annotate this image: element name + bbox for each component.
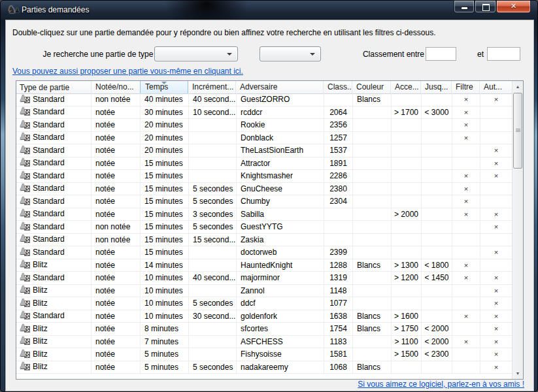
scroll-down-button[interactable]: ▼: [513, 368, 523, 379]
game-type-select[interactable]: [154, 46, 238, 61]
column-header-label: Filtre: [456, 82, 473, 91]
table-row[interactable]: ♟Blitznotée8 minutessfcortes1754Blancs> …: [16, 323, 512, 336]
column-header-below[interactable]: Jusq...: [421, 81, 452, 93]
table-row[interactable]: ♟Standardnon notée15 minutes5 secondesGu…: [16, 221, 512, 234]
column-header-time[interactable]: Temps: [140, 81, 188, 93]
cell-opponent: Zaskia: [237, 234, 324, 247]
cell-rating: 2304: [324, 195, 353, 208]
table-row[interactable]: ♟Standardnotée20 minutesRookie2356×: [16, 119, 512, 132]
cell-above: [392, 285, 422, 298]
cell-color: Blancs: [353, 361, 392, 374]
maximize-button[interactable]: [475, 1, 496, 13]
cell-rating: 2064: [324, 106, 353, 120]
close-button[interactable]: ✕: [496, 1, 531, 13]
cell-opponent: majorminor: [237, 272, 324, 285]
cell-time: 15 minutes: [141, 234, 189, 247]
minimize-button[interactable]: [454, 1, 475, 13]
table-row[interactable]: ♟Standardnotée15 minutes5 secondesChumby…: [16, 195, 512, 208]
table-row[interactable]: ♟Standardnotée15 minutesdoctorweb2399×: [16, 246, 512, 259]
vertical-scrollbar[interactable]: ▲ ▼: [512, 81, 523, 379]
cell-time: 15 minutes: [141, 195, 189, 208]
filter-cross-icon: ×: [464, 197, 468, 205]
table-row[interactable]: ♟Standardnotée15 minutes3 secondesSabill…: [16, 208, 512, 221]
cell-color: Blancs: [353, 323, 392, 336]
chevron-down-icon: [310, 53, 315, 56]
auto-cross-icon: ×: [494, 159, 498, 167]
table-row[interactable]: ♟Blitznotée5 minutes5 secondesnadakareem…: [16, 361, 512, 374]
table-row[interactable]: ♟Blitznotée10 minutesZannol1148×: [16, 285, 512, 298]
column-header-rating[interactable]: Class...: [324, 81, 352, 93]
auto-cross-icon: ×: [494, 210, 498, 218]
share-link[interactable]: Si vous aimez ce logiciel, parlez-en à v…: [358, 380, 524, 389]
pawn-icon: ♟: [19, 285, 27, 295]
cell-rating: [324, 221, 353, 234]
table-body: ♟Standardnon notée40 minutes40 second...…: [16, 93, 512, 374]
cell-rated: notée: [92, 310, 141, 323]
column-header-increment[interactable]: Incrément...: [188, 81, 236, 93]
propose-game-link[interactable]: Vous pouvez aussi proposer une partie vo…: [12, 67, 243, 76]
cell-increment: 40 second...: [189, 93, 237, 106]
table-row[interactable]: ♟Standardnotée15 minutes5 secondesGnuChe…: [16, 183, 512, 196]
column-header-color[interactable]: Couleur: [352, 81, 391, 93]
rating-max-input[interactable]: [487, 47, 520, 61]
game-type-text: Standard: [33, 170, 65, 182]
cell-type: ♟Standard: [16, 195, 92, 208]
table-row[interactable]: ♟Blitznotée14 minutesHauntedKnight1288Bl…: [16, 259, 512, 272]
column-header-opponent[interactable]: Adversaire: [236, 81, 324, 93]
table-row[interactable]: ♟Standardnotée20 minutesTheLastSionEarth…: [16, 144, 512, 157]
table-row[interactable]: ♟Standardnotée15 minutesAttractor1891×: [16, 157, 512, 171]
column-header-auto[interactable]: Aut...: [480, 81, 511, 93]
chess-pawn-on-board-icon: ♟: [20, 107, 30, 117]
cell-above: [392, 170, 422, 183]
cell-type: ♟Standard: [16, 93, 92, 106]
table-row[interactable]: ♟Standardnotée10 minutes30 second...gold…: [16, 310, 512, 323]
cell-rating: 1891: [324, 157, 353, 171]
cell-type: ♟Standard: [16, 170, 92, 183]
cell-filter: ×: [452, 119, 480, 132]
table-row[interactable]: ♟Standardnon notée15 minutes15 second...…: [16, 234, 512, 247]
cell-type: ♟Standard: [16, 234, 92, 247]
pawn-icon: ♟: [19, 374, 27, 374]
cell-rated: notée: [92, 132, 141, 145]
maximize-icon: [482, 4, 490, 11]
table-row[interactable]: ♟Blitznotée5 minutesFishysoisse1581> 150…: [16, 348, 512, 361]
table-row[interactable]: ♟Standardnotée20 minutesDonblack1257×: [16, 132, 512, 145]
cell-below: [422, 208, 452, 221]
scroll-up-button[interactable]: ▲: [513, 81, 523, 92]
cell-rating: 1638: [324, 310, 353, 323]
cell-rated: notée: [92, 336, 141, 349]
scrollbar-thumb[interactable]: [513, 93, 522, 169]
table-row[interactable]: ♟Standardnotée30 minutes10 second...rcdd…: [16, 106, 512, 120]
sort-descending-icon: [161, 82, 167, 84]
cell-below: < 2000: [422, 336, 452, 349]
chess-pawn-on-board-icon: ♟: [20, 324, 30, 334]
column-header-type[interactable]: Type de partie: [16, 81, 92, 93]
table-row[interactable]: ♟Blitznotée7 minutesASFCHESS1183> 1100< …: [16, 336, 512, 349]
cell-rating: 1148: [324, 285, 353, 298]
column-header-above[interactable]: Acce...: [391, 81, 421, 93]
cell-increment: [189, 170, 237, 183]
cell-opponent: nadakareemy: [237, 361, 324, 374]
title-bar[interactable]: ♞♟ Parties demandées ✕: [1, 1, 537, 20]
table-row[interactable]: ♟Blitznotée10 minutes5 secondesddcf1077×: [16, 297, 512, 310]
cell-auto: ×: [480, 272, 512, 285]
cell-rating: 1068: [324, 361, 353, 374]
cell-rated: notée: [92, 285, 141, 298]
cell-type: ♟Standard: [16, 208, 92, 221]
cell-increment: [189, 259, 237, 272]
column-header-filter[interactable]: Filtre: [452, 81, 480, 93]
column-header-rated[interactable]: Notée/no...: [92, 81, 141, 93]
cell-auto: ×: [480, 208, 512, 221]
cell-opponent: sfcortes: [237, 323, 324, 336]
cell-above: [392, 297, 422, 310]
table-row[interactable]: ♟Standardnotée10 minutes40 second...majo…: [16, 272, 512, 285]
secondary-filter-select[interactable]: [260, 46, 321, 61]
cell-increment: 5 secondes: [189, 195, 237, 208]
rating-min-input[interactable]: [426, 47, 456, 61]
game-type-text: Standard: [33, 183, 65, 195]
table-row[interactable]: ♟Blitznotée5 minutesblik2170×: [16, 374, 512, 374]
table-row[interactable]: ♟Standardnon notée40 minutes40 second...…: [16, 93, 512, 106]
cell-auto: ×: [480, 310, 512, 323]
table-row[interactable]: ♟Standardnotée15 minutesKnightsmasher228…: [16, 170, 512, 183]
chess-pawn-on-board-icon: ♟: [20, 273, 30, 283]
